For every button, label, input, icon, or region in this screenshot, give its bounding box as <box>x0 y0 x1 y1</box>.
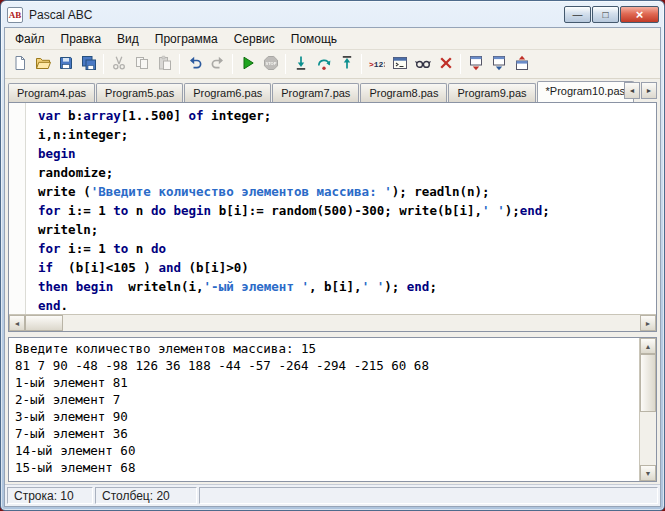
code-line: begin <box>38 144 656 163</box>
tab-scroll-right-button[interactable]: ► <box>641 82 657 99</box>
code-text: i,n:integer; <box>38 127 128 142</box>
horizontal-scrollbar-thumb[interactable] <box>25 315 63 331</box>
code-text: b: <box>61 108 84 123</box>
step-over-button[interactable] <box>312 53 335 76</box>
window-body: ФайлПравкаВидПрограммаСервисПомощь STOP>… <box>4 27 661 507</box>
code-area[interactable]: var b:array[1..500] of integer;i,n:integ… <box>27 103 656 314</box>
editor-horizontal-scrollbar[interactable]: ◄ ► <box>9 314 656 331</box>
menu-item-2[interactable]: Правка <box>53 29 110 49</box>
scroll-left-button[interactable]: ◄ <box>9 315 25 331</box>
scroll-right-button[interactable]: ► <box>640 315 656 331</box>
tab-program8pas[interactable]: Program8.pas <box>360 83 447 102</box>
toolbar-separator <box>179 54 180 74</box>
output-line: 1-ый элемент 81 <box>15 374 637 391</box>
tab-program10pas[interactable]: *Program10.pas <box>537 81 635 102</box>
output-line: 3-ый элемент 90 <box>15 408 637 425</box>
menu-item-1[interactable]: Файл <box>7 29 53 49</box>
save-all-button[interactable] <box>77 53 100 76</box>
window-arrow-down-blue-button[interactable] <box>487 53 510 76</box>
output-line: Введите количество элементов массива: 15 <box>15 340 637 357</box>
console-window-button[interactable] <box>388 53 411 76</box>
code-line: if (b[i]<105 ) and (b[i]>0) <box>38 258 656 277</box>
menu-item-5[interactable]: Сервис <box>226 29 283 49</box>
code-text: ); <box>384 279 407 294</box>
tab-program5pas[interactable]: Program5.pas <box>96 83 183 102</box>
evaluate-button[interactable]: >123 <box>365 53 388 76</box>
tab-scroll-buttons: ◄ ► <box>624 82 657 99</box>
maximize-button[interactable]: □ <box>592 6 619 23</box>
code-keyword: for <box>38 241 61 256</box>
open-file-button[interactable] <box>31 53 54 76</box>
status-line-indicator: Строка: 10 <box>7 487 93 504</box>
step-into-icon <box>293 55 309 74</box>
output-vertical-scrollbar[interactable]: ▲ ▼ <box>639 338 656 481</box>
code-text: (b[i]<105 ) <box>53 260 158 275</box>
step-out-button[interactable] <box>335 53 358 76</box>
new-file-button[interactable] <box>8 53 31 76</box>
watch-button[interactable] <box>411 53 434 76</box>
code-string: ' ' <box>362 279 385 294</box>
tab-program7pas[interactable]: Program7.pas <box>272 83 359 102</box>
scroll-down-button[interactable]: ▼ <box>640 465 656 481</box>
undo-button[interactable] <box>183 53 206 76</box>
window-title: Pascal ABC <box>29 8 558 22</box>
code-text: , b[i], <box>309 279 362 294</box>
code-keyword: of <box>189 108 204 123</box>
code-line: then begin writeln(i,'-ый элемент ', b[i… <box>38 277 656 296</box>
tab-program9pas[interactable]: Program9.pas <box>448 83 535 102</box>
menu-item-4[interactable]: Программа <box>147 29 226 49</box>
statusbar: Строка: 10 Столбец: 20 <box>5 484 660 506</box>
code-keyword: do <box>151 241 166 256</box>
tab-scroll-left-button[interactable]: ◄ <box>624 82 640 99</box>
output-line: 81 7 90 -48 -98 126 36 188 -44 -57 -264 … <box>15 357 637 374</box>
toolbar-separator <box>285 54 286 74</box>
scroll-up-button[interactable]: ▲ <box>640 338 656 354</box>
code-text: ; <box>429 279 437 294</box>
stop-icon: STOP <box>263 55 279 74</box>
code-text: writeln(i, <box>113 279 203 294</box>
code-text: . <box>61 298 69 313</box>
window-arrow-down-red-button[interactable] <box>464 53 487 76</box>
output-line: 15-ый элемент 68 <box>15 459 637 476</box>
scrollbar-track[interactable] <box>640 412 656 465</box>
vertical-scrollbar-thumb[interactable] <box>640 354 656 412</box>
tab-program4pas[interactable]: Program4.pas <box>8 83 95 102</box>
svg-text:STOP: STOP <box>265 60 276 65</box>
run-button[interactable] <box>236 53 259 76</box>
code-keyword: array <box>83 108 121 123</box>
menu-item-6[interactable]: Помощь <box>283 29 345 49</box>
code-keyword: to <box>113 241 128 256</box>
code-line: writeln; <box>38 220 656 239</box>
save-button[interactable] <box>54 53 77 76</box>
editor-gutter <box>9 103 26 314</box>
save-all-icon <box>81 55 97 74</box>
code-text: randomize; <box>38 165 113 180</box>
code-keyword: if <box>38 260 53 275</box>
tab-program6pas[interactable]: Program6.pas <box>184 83 271 102</box>
step-into-button[interactable] <box>289 53 312 76</box>
app-icon-text: AB <box>9 10 22 20</box>
output-panel: Введите количество элементов массива: 15… <box>8 337 657 482</box>
tabbar: Program4.pasProgram5.pasProgram6.pasProg… <box>5 79 660 102</box>
code-line: for i:= 1 to n do <box>38 239 656 258</box>
window-arrow-up-red-button[interactable] <box>510 53 533 76</box>
scrollbar-track[interactable] <box>63 315 640 331</box>
stop-button: STOP <box>259 53 282 76</box>
toolbar: STOP>123 <box>5 50 660 79</box>
code-keyword: end <box>407 279 430 294</box>
code-text: b[i]:= random(500)-300; write(b[i], <box>211 203 482 218</box>
code-text: (b[i]>0) <box>181 260 249 275</box>
close-file-button[interactable] <box>434 53 457 76</box>
console-window-icon <box>392 55 408 74</box>
code-line: end. <box>38 296 656 314</box>
code-text: [1..500] <box>121 108 189 123</box>
status-column-indicator: Столбец: 20 <box>95 487 197 504</box>
minimize-button[interactable]: — <box>564 6 591 23</box>
save-icon <box>58 55 74 74</box>
code-editor[interactable]: var b:array[1..500] of integer;i,n:integ… <box>8 102 657 332</box>
app-icon: AB <box>7 7 23 23</box>
close-button[interactable]: × <box>620 6 659 23</box>
titlebar[interactable]: AB Pascal ABC — □ × <box>1 1 664 26</box>
menu-item-3[interactable]: Вид <box>109 29 147 49</box>
undo-icon <box>187 55 203 74</box>
